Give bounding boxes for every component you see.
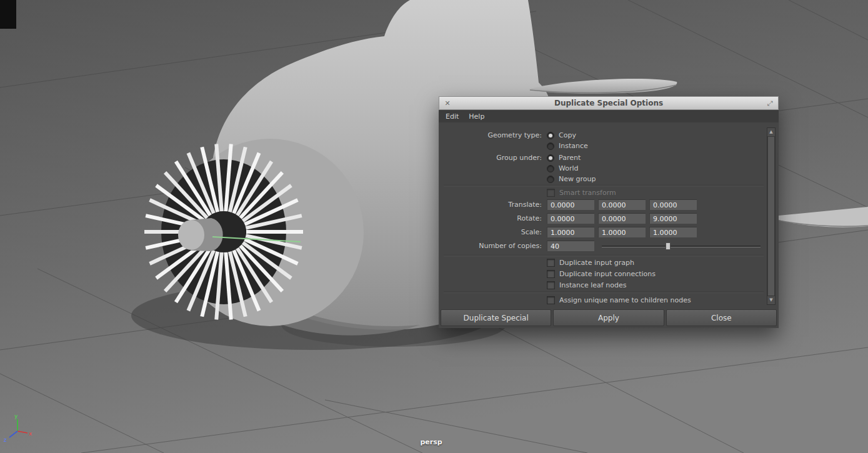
axis-z-line <box>9 431 17 437</box>
axis-x-label: x <box>29 431 32 437</box>
row-group-under-parent: Group under: Parent <box>439 152 764 163</box>
radio-copy-label[interactable]: Copy <box>559 131 576 139</box>
viewport-corner-block <box>0 0 16 29</box>
row-number-of-copies: Number of copies: 40 <box>439 241 764 251</box>
scale-label: Scale: <box>439 228 547 236</box>
checkbox-smart-transform <box>547 189 555 197</box>
maya-viewport-window: y x z persp ✕ Duplicate Special Options … <box>0 0 868 453</box>
duplicate-input-connections-label[interactable]: Duplicate input connections <box>559 270 656 278</box>
checkbox-duplicate-input-graph[interactable] <box>547 259 555 267</box>
radio-new-group[interactable] <box>547 176 554 183</box>
radio-world[interactable] <box>547 165 554 172</box>
duplicate-special-dialog: ✕ Duplicate Special Options ⤢ Edit Help … <box>439 96 779 328</box>
assign-unique-name-label[interactable]: Assign unique name to children nodes <box>559 296 691 304</box>
scrollbar-thumb[interactable] <box>767 136 775 296</box>
radio-parent-label[interactable]: Parent <box>559 154 581 162</box>
axis-z-label: z <box>4 437 7 443</box>
dialog-button-row: Duplicate Special Apply Close <box>441 309 777 326</box>
row-group-under-world: World <box>439 163 764 174</box>
row-group-under-new-group: New group <box>439 174 764 184</box>
close-button[interactable]: Close <box>666 309 777 326</box>
camera-name-label: persp <box>394 438 469 446</box>
axis-gizmo: y x z <box>1 411 36 446</box>
row-scale: Scale: 1.0000 1.0000 1.0000 <box>439 227 764 237</box>
propeller-hub-face <box>178 220 204 250</box>
radio-new-group-label[interactable]: New group <box>559 175 596 183</box>
number-of-copies-field[interactable]: 40 <box>547 241 594 251</box>
radio-instance[interactable] <box>547 142 554 150</box>
row-assign-unique-name: Assign unique name to children nodes <box>439 295 764 305</box>
rotate-label: Rotate: <box>439 214 547 222</box>
row-instance-leaf-nodes: Instance leaf nodes <box>439 280 764 291</box>
menu-edit[interactable]: Edit <box>446 112 459 121</box>
checkbox-duplicate-input-connections[interactable] <box>547 270 555 278</box>
smart-transform-label: Smart transform <box>559 189 616 197</box>
row-smart-transform: Smart transform <box>439 187 764 198</box>
rotate-y-field[interactable]: 0.0000 <box>598 213 646 224</box>
separator <box>444 185 764 186</box>
number-of-copies-slider[interactable] <box>602 242 761 251</box>
group-under-label: Group under: <box>439 154 547 162</box>
dialog-titlebar[interactable]: ✕ Duplicate Special Options ⤢ <box>439 96 779 110</box>
radio-world-label[interactable]: World <box>559 164 579 172</box>
row-translate: Translate: 0.0000 0.0000 0.0000 <box>439 199 764 210</box>
rotate-x-field[interactable]: 0.0000 <box>547 213 594 224</box>
duplicate-input-graph-label[interactable]: Duplicate input graph <box>559 259 634 267</box>
dialog-title: Duplicate Special Options <box>456 99 762 107</box>
dialog-menubar: Edit Help <box>439 110 779 122</box>
dialog-scrollbar[interactable]: ▲ ▼ <box>767 127 776 305</box>
row-duplicate-input-connections: Duplicate input connections <box>439 269 764 279</box>
expand-icon[interactable]: ⤢ <box>762 99 778 107</box>
rotate-z-field[interactable]: 9.0000 <box>649 213 697 224</box>
axis-x-line <box>17 431 27 433</box>
slider-track[interactable] <box>602 246 761 247</box>
slider-handle[interactable] <box>666 242 671 250</box>
translate-y-field[interactable]: 0.0000 <box>598 199 646 210</box>
close-icon[interactable]: ✕ <box>439 99 456 107</box>
scroll-down-icon[interactable]: ▼ <box>767 296 775 304</box>
radio-parent[interactable] <box>547 154 554 162</box>
row-geometry-type-copy: Geometry type: Copy <box>439 130 764 141</box>
duplicate-special-button[interactable]: Duplicate Special <box>441 309 551 326</box>
scroll-up-icon[interactable]: ▲ <box>767 128 775 137</box>
apply-button[interactable]: Apply <box>553 309 664 326</box>
axis-y-label: y <box>14 413 18 419</box>
number-of-copies-label: Number of copies: <box>439 242 547 250</box>
radio-copy[interactable] <box>547 132 554 139</box>
dialog-content: Geometry type: Copy Instance Group under… <box>439 122 779 305</box>
radio-instance-label[interactable]: Instance <box>559 142 588 150</box>
geometry-type-label: Geometry type: <box>439 131 547 139</box>
separator <box>444 255 764 256</box>
separator <box>444 292 764 293</box>
scale-x-field[interactable]: 1.0000 <box>547 227 594 237</box>
scale-y-field[interactable]: 1.0000 <box>598 227 646 237</box>
translate-z-field[interactable]: 0.0000 <box>649 199 697 210</box>
row-rotate: Rotate: 0.0000 0.0000 9.0000 <box>439 213 764 224</box>
instance-leaf-nodes-label[interactable]: Instance leaf nodes <box>559 281 626 289</box>
translate-label: Translate: <box>439 201 547 209</box>
scale-z-field[interactable]: 1.0000 <box>649 227 697 237</box>
checkbox-assign-unique-name[interactable] <box>547 296 555 304</box>
checkbox-instance-leaf-nodes[interactable] <box>547 281 555 289</box>
row-duplicate-input-graph: Duplicate input graph <box>439 257 764 268</box>
translate-x-field[interactable]: 0.0000 <box>547 199 594 210</box>
row-geometry-type-instance: Instance <box>439 141 764 151</box>
menu-help[interactable]: Help <box>469 112 484 121</box>
